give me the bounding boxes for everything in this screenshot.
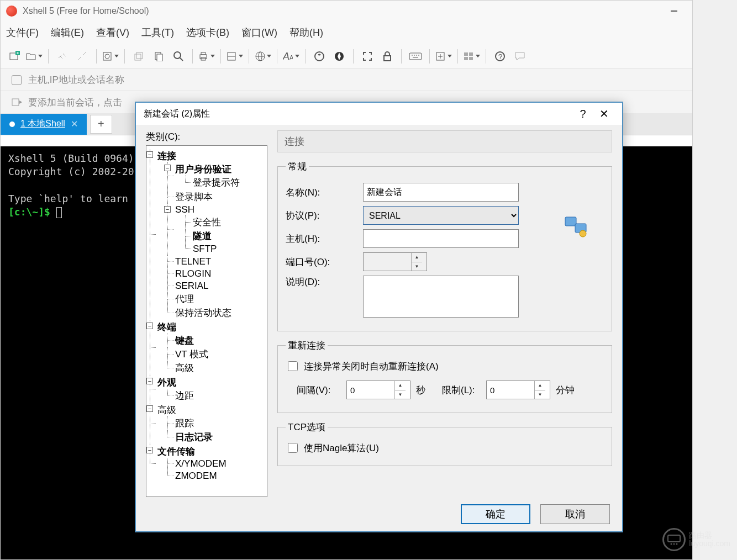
tree-filetransfer[interactable]: 文件传输 (157, 446, 195, 457)
search-icon[interactable] (170, 48, 187, 65)
address-bar[interactable]: 主机,IP地址或会话名称 (1, 69, 692, 91)
menu-edit[interactable]: 编辑(E) (51, 26, 84, 39)
compass-icon[interactable] (331, 48, 348, 65)
menu-tools[interactable]: 工具(T) (141, 26, 174, 39)
new-window-icon[interactable] (435, 48, 452, 65)
expand-icon[interactable]: − (164, 206, 171, 213)
copy-icon[interactable] (150, 48, 167, 65)
lock-icon[interactable] (379, 48, 396, 65)
interval-input[interactable] (347, 381, 394, 399)
tree-rlogin[interactable]: RLOGIN (175, 268, 211, 279)
expand-icon[interactable]: − (164, 165, 171, 171)
disconnect-icon[interactable] (74, 48, 91, 65)
help-icon[interactable]: ? (492, 48, 508, 65)
category-tree[interactable]: −连接 −用户身份验证 登录提示符 登录脚本 −SSH 安全性 隧道 SFTP (146, 145, 267, 497)
svg-rect-5 (103, 52, 111, 60)
interval-spinner[interactable]: ▲▼ (346, 381, 410, 399)
spinner-down-icon[interactable]: ▼ (535, 390, 545, 399)
spinner-down-icon[interactable]: ▼ (395, 390, 406, 399)
dialog-footer: 确定 取消 (136, 497, 622, 531)
dialog-help-button[interactable]: ? (572, 105, 593, 122)
svg-rect-38 (469, 57, 473, 60)
tab-close-icon[interactable]: ✕ (71, 119, 78, 129)
svg-text:?: ? (498, 52, 502, 61)
svg-line-12 (180, 58, 183, 61)
tree-trace[interactable]: 跟踪 (175, 418, 194, 429)
tree-connection[interactable]: 连接 (157, 151, 176, 161)
feedback-icon[interactable] (512, 48, 528, 65)
tree-zmodem[interactable]: ZMODEM (175, 471, 217, 481)
svg-rect-8 (136, 52, 143, 59)
tab-status-icon (9, 121, 15, 127)
ok-button[interactable]: 确定 (461, 504, 530, 524)
tree-sftp[interactable]: SFTP (193, 244, 217, 254)
tree-advanced-t[interactable]: 高级 (175, 363, 194, 373)
tree-keyboard[interactable]: 键盘 (175, 335, 194, 346)
tree-vt[interactable]: VT 模式 (175, 349, 208, 360)
tree-serial[interactable]: SERIAL (175, 281, 208, 291)
auto-reconnect-checkbox[interactable] (288, 361, 298, 371)
protocol-label: 协议(P): (286, 209, 363, 222)
tree-terminal[interactable]: 终端 (157, 322, 176, 332)
spinner-up-icon[interactable]: ▲ (395, 381, 406, 390)
tree-telnet[interactable]: TELNET (175, 256, 211, 267)
font-icon[interactable]: AA (283, 48, 299, 65)
tree-login-script[interactable]: 登录脚本 (175, 192, 213, 202)
tree-xymodem[interactable]: X/YMODEM (175, 458, 227, 469)
titlebar: Xshell 5 (Free for Home/School) (1, 1, 692, 22)
cancel-button[interactable]: 取消 (540, 504, 610, 524)
tree-login-prompt[interactable]: 登录提示符 (193, 177, 240, 188)
tree-advanced[interactable]: 高级 (157, 405, 176, 415)
layout-icon[interactable] (464, 48, 480, 65)
tree-security[interactable]: 安全性 (193, 217, 221, 228)
name-input[interactable] (363, 183, 519, 202)
open-folder-icon[interactable] (26, 48, 43, 65)
expand-icon[interactable]: − (146, 447, 153, 453)
desc-textarea[interactable] (363, 276, 519, 318)
menu-tabs[interactable]: 选项卡(B) (186, 26, 229, 39)
new-session-icon[interactable] (6, 48, 23, 65)
port-label: 端口号(O): (286, 256, 363, 268)
dialog-close-button[interactable]: ✕ (593, 105, 614, 122)
print-icon[interactable] (198, 48, 215, 65)
minimize-button[interactable] (661, 3, 687, 19)
tree-ssh[interactable]: SSH (175, 204, 194, 215)
svg-text:A: A (283, 51, 289, 62)
connect-icon[interactable] (54, 48, 71, 65)
expand-icon[interactable]: − (146, 405, 153, 412)
svg-rect-14 (201, 52, 206, 55)
xshell-mode-icon[interactable] (311, 48, 328, 65)
menu-view[interactable]: 查看(V) (96, 26, 129, 39)
copy-session-icon[interactable] (130, 48, 147, 65)
limit-spinner[interactable]: ▲▼ (486, 381, 550, 399)
menu-file[interactable]: 文件(F) (6, 26, 39, 39)
tree-keepalive[interactable]: 保持活动状态 (175, 308, 231, 318)
keyboard-icon[interactable] (407, 48, 424, 65)
tree-appearance[interactable]: 外观 (157, 377, 176, 388)
limit-input[interactable] (487, 381, 534, 399)
menu-help[interactable]: 帮助(H) (289, 26, 323, 39)
new-tab-button[interactable]: + (90, 115, 112, 134)
protocol-select[interactable]: SERIAL (363, 206, 519, 225)
toolbar-separator (249, 49, 249, 64)
connection-large-icon (563, 214, 589, 238)
fullscreen-icon[interactable] (359, 48, 376, 65)
globe-icon[interactable] (255, 48, 271, 65)
menu-window[interactable]: 窗口(W) (241, 26, 277, 39)
tree-tunnel[interactable]: 隧道 (193, 231, 212, 241)
interval-label: 间隔(V): (297, 384, 346, 397)
encoding-icon[interactable] (227, 48, 243, 65)
tab-active[interactable]: 1 本地Shell ✕ (1, 114, 87, 135)
expand-icon[interactable]: − (146, 323, 153, 329)
expand-icon[interactable]: − (146, 151, 153, 158)
spinner-up-icon[interactable]: ▲ (535, 381, 545, 390)
expand-icon[interactable]: − (146, 378, 153, 384)
tree-margin[interactable]: 边距 (175, 390, 194, 401)
properties-icon[interactable] (102, 48, 119, 65)
tree-logging[interactable]: 日志记录 (175, 432, 213, 442)
desc-label: 说明(D): (286, 276, 363, 288)
nagle-checkbox[interactable] (288, 443, 298, 453)
tree-proxy[interactable]: 代理 (175, 294, 194, 304)
tree-auth[interactable]: 用户身份验证 (175, 164, 231, 175)
svg-point-48 (676, 543, 678, 545)
